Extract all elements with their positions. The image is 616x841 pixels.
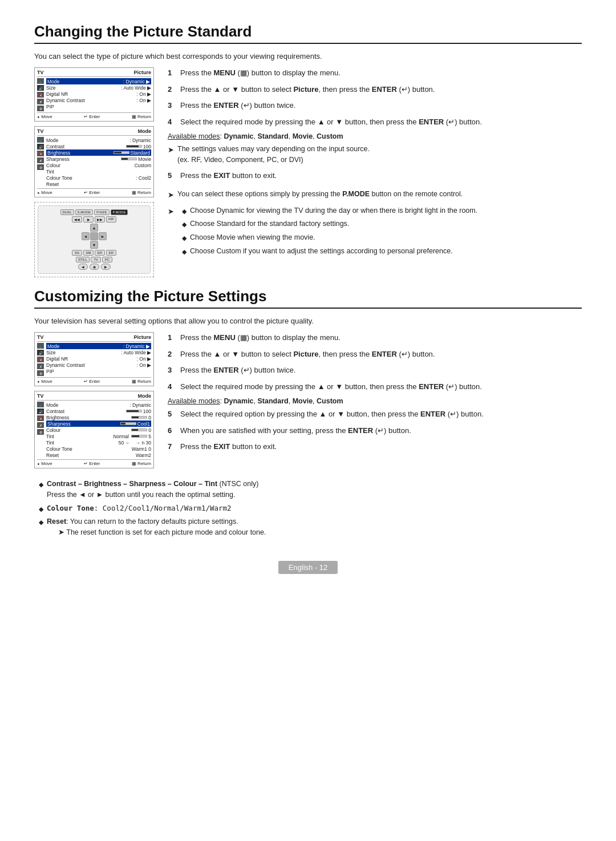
section1-intro: You can select the type of picture which… [34,52,582,60]
section-customizing-picture: Customizing the Picture Settings Your te… [34,288,582,538]
dpad-tr [99,224,107,232]
remote-btn-play: ▶ [83,216,94,223]
tv-menu-items-1: Mode: Dynamic ▶ Size: Auto Wide ▶ Digita… [46,78,151,110]
mode-item-sharpness: Sharpness Movie [46,156,151,162]
menu-item-mode: Mode: Dynamic ▶ [46,78,151,84]
remote-oval-1: ◀ [78,264,88,270]
mode4-item-tint2: Tint50 ← → n 30 [46,439,151,446]
menu3-item-dyncontrast: Dynamic Contrast: On ▶ [46,362,151,368]
tv-menu-row-1: 📺 🔊 🔇 ✗ ⚙ Mode: Dynamic ▶ Size: Auto Wid… [37,78,151,111]
mode4-item-mode: Mode: Dynamic [46,402,151,408]
tv-menu-title-4: Mode [138,393,152,399]
tv-menu-title-2: Mode [138,128,152,134]
tv-screen-3: TV Picture 📺 🔊 🔇 ✗ ⚙ Mode: Dynamic ▶ [34,332,154,386]
icon-4-2: 🔊 [37,409,44,414]
mode4-item-contrast: Contrast 100 [46,408,151,414]
remote-btn-sm: SM [83,250,94,256]
menu3-item-pip: PIP [46,368,151,374]
dpad-down: ▼ [90,241,98,249]
icon-2-5: ⚙ [37,164,44,170]
icon-3-4: ✗ [37,363,44,369]
icon-3-2: 🔊 [37,350,44,355]
tv-menu-row-3: 📺 🔊 🔇 ✗ ⚙ Mode: Dynamic ▶ Size: Auto Wid… [37,343,151,376]
bottom-bullet-1: ◆ Contrast – Brightness – Sharpness – Co… [39,479,582,500]
mode-item-colourtone: Colour Tone: Cool2 [46,175,151,181]
section2-right-col: 1 Press the MENU (▦) button to display t… [168,332,582,468]
icon-2-2: 🔊 [37,144,44,149]
dpad-tl [82,224,90,232]
section1-notes: ➤ You can select these options simply by… [168,189,582,260]
remote-row-2: ◀◀ ▶ ▶▶ PIP [43,216,145,223]
remote-btn-ss: SS [72,250,82,256]
tv-footer-4: ⬥ Move ↵ Enter ▦ Return [37,459,151,466]
section1-steps: 1 Press the MENU (▦) button to display t… [168,67,582,127]
bullet3: ◆ Choose Movie when viewing the movie. [182,232,477,243]
dpad-bl [82,241,90,249]
tv-footer-3: ⬥ Move ↵ Enter ▦ Return [37,377,151,384]
tv-header-4: TV Mode [37,393,151,401]
section1-step5-list: 5 Press the EXIT button to exit. [168,170,582,181]
tv-menu-row-2: 📺 🔊 🔇 ✗ ⚙ Mode: Dynamic Contrast [37,137,151,187]
icon-2: 🔊 [37,85,44,91]
tv-label-2: TV [37,128,44,134]
tv-footer-1: ⬥ Move ↵ Enter ▦ Return [37,112,151,119]
bullet1: ◆ Choose Dynamic for viewing the TV duri… [182,205,477,216]
tv-menu-items-2: Mode: Dynamic Contrast 100 Brightness St… [46,137,151,187]
menu3-item-dnr: Digital NR: On ▶ [46,355,151,362]
icon-4: ✗ [37,99,44,104]
icon-4-1: 📺 [37,402,44,407]
icon-2-4: ✗ [37,157,44,163]
note-bullets-container: ➤ ◆ Choose Dynamic for viewing the TV du… [168,205,582,260]
icon-3: 🔇 [37,92,44,98]
menu-item-dyncontrast: Dynamic Contrast: On ▶ [46,97,151,103]
mode4-item-tint: Tint Normal 5 [46,433,151,439]
icon-3-3: 🔇 [37,357,44,362]
step2-1: 1 Press the MENU (▦) button to display t… [168,332,582,343]
icon-5: ⚙ [37,106,44,111]
step1-4: 4 Select the required mode by pressing t… [168,116,582,128]
mode-item-contrast: Contrast 100 [46,143,151,149]
remote-mockup: DUAL S.MODE P.SIZE P.MODE ◀◀ ▶ ▶▶ PIP ▲ [34,202,154,277]
remote-btn-psize: P.SIZE [94,209,109,215]
footer-badge: English - 12 [278,561,338,574]
remote-row-4: STILL TV PC [43,257,145,262]
mode-item-mode: Mode: Dynamic [46,137,151,143]
section1-available-modes: Available modes: Dynamic, Standard, Movi… [168,132,582,140]
icon-4-5: ⚙ [37,429,44,435]
section1-bullet-list: ◆ Choose Dynamic for viewing the TV duri… [177,205,477,260]
tv-icons-3: 📺 🔊 🔇 ✗ ⚙ [37,343,44,376]
tv-menu-items-3: Mode: Dynamic ▶ Size: Auto Wide ▶ Digita… [46,343,151,374]
tv-screen-2: TV Mode 📺 🔊 🔇 ✗ ⚙ Mode: Dynamic [34,126,154,197]
tv-footer-2: ⬥ Move ↵ Enter ▦ Return [37,188,151,195]
page-footer: English - 12 [34,561,582,574]
remote-btn-tv: TV [91,257,101,262]
icon-1: 📺 [37,78,44,84]
section2-intro: Your television has several setting opti… [34,317,582,325]
step2-4: 4 Select the required mode by pressing t… [168,381,582,393]
bottom-bullet-3: ◆ Reset: You can return to the factory d… [39,516,582,538]
dpad-left: ◄ [82,232,90,240]
step2-5: 5 Select the required option by pressing… [168,409,582,420]
mode4-item-colour: Colour 0 [46,427,151,433]
tv-icons-1: 📺 🔊 🔇 ✗ ⚙ [37,78,44,111]
section1-note1: ➤ The settings values may vary depending… [168,144,582,165]
tv-screen-1: TV Picture 📺 🔊 🔇 ✗ ⚙ Mode: Dynamic ▶ [34,67,154,122]
mode4-item-colourtone: Colour ToneWarm1 0 [46,446,151,452]
icon-3-1: 📺 [37,343,44,349]
dpad-right: ► [99,232,107,240]
tv-menu-title-1: Picture [133,70,151,75]
section2-bottom-bullets: ◆ Contrast – Brightness – Sharpness – Co… [34,479,582,538]
remote-btn-er2: ER [106,250,116,256]
tv-label-1: TV [37,70,44,75]
menu3-item-size: Size: Auto Wide ▶ [46,349,151,355]
section2-steps: 1 Press the MENU (▦) button to display t… [168,332,582,392]
remote-btn-still: STILL [76,257,90,262]
section1-body: TV Picture 📺 🔊 🔇 ✗ ⚙ Mode: Dynamic ▶ [34,67,582,277]
bullet2: ◆ Choose Standard for the standard facto… [182,219,477,229]
tv-menu-title-3: Picture [133,334,151,340]
section1-rule [34,43,582,44]
step1-3: 3 Press the ENTER (↵) button twice. [168,100,582,111]
icon-2-3: 🔇 [37,151,44,156]
tv-icons-2: 📺 🔊 🔇 ✗ ⚙ [37,137,44,170]
section1-right-col: 1 Press the MENU (▦) button to display t… [168,67,582,277]
